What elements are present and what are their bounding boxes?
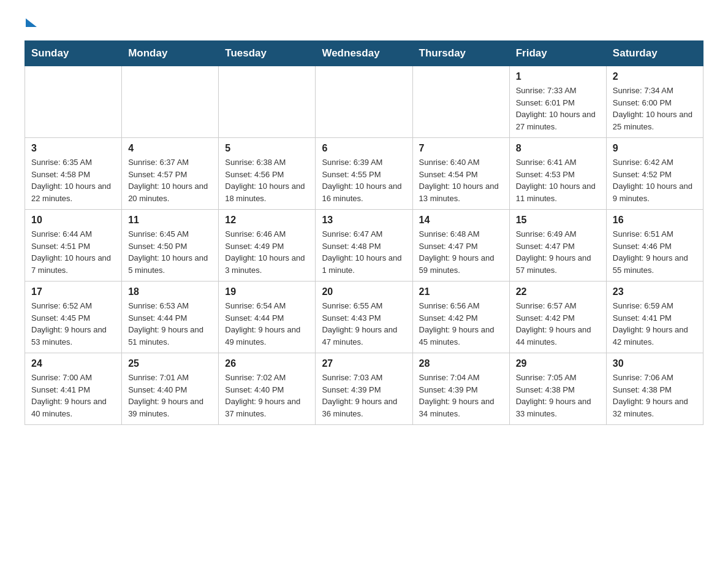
day-info: Sunrise: 6:41 AM Sunset: 4:53 PM Dayligh…: [516, 156, 600, 204]
day-number: 21: [419, 286, 503, 297]
day-number: 28: [419, 358, 503, 369]
calendar-cell: 13Sunrise: 6:47 AM Sunset: 4:48 PM Dayli…: [316, 210, 412, 282]
day-info: Sunrise: 7:03 AM Sunset: 4:39 PM Dayligh…: [322, 372, 406, 419]
weekday-header: Monday: [122, 41, 219, 66]
day-info: Sunrise: 7:04 AM Sunset: 4:39 PM Dayligh…: [419, 372, 503, 419]
weekday-header: Sunday: [25, 41, 122, 66]
day-number: 22: [516, 286, 600, 297]
day-number: 5: [225, 143, 309, 154]
calendar-cell: 10Sunrise: 6:44 AM Sunset: 4:51 PM Dayli…: [25, 210, 122, 282]
weekday-header: Thursday: [412, 41, 509, 66]
calendar-week-row: 10Sunrise: 6:44 AM Sunset: 4:51 PM Dayli…: [25, 210, 703, 282]
day-info: Sunrise: 6:37 AM Sunset: 4:57 PM Dayligh…: [128, 156, 212, 204]
day-number: 30: [613, 358, 697, 369]
day-number: 19: [225, 286, 309, 297]
day-info: Sunrise: 6:45 AM Sunset: 4:50 PM Dayligh…: [128, 228, 212, 276]
day-number: 15: [516, 215, 600, 226]
calendar-cell: 4Sunrise: 6:37 AM Sunset: 4:57 PM Daylig…: [122, 138, 219, 210]
calendar-cell: 8Sunrise: 6:41 AM Sunset: 4:53 PM Daylig…: [509, 138, 606, 210]
calendar-week-row: 3Sunrise: 6:35 AM Sunset: 4:58 PM Daylig…: [25, 138, 703, 210]
day-info: Sunrise: 7:33 AM Sunset: 6:01 PM Dayligh…: [516, 85, 600, 132]
day-number: 9: [613, 143, 697, 154]
calendar-cell: 19Sunrise: 6:54 AM Sunset: 4:44 PM Dayli…: [219, 282, 316, 353]
day-info: Sunrise: 7:05 AM Sunset: 4:38 PM Dayligh…: [516, 372, 600, 419]
calendar-cell: [412, 66, 509, 138]
calendar-cell: 29Sunrise: 7:05 AM Sunset: 4:38 PM Dayli…: [509, 353, 606, 425]
calendar-cell: 27Sunrise: 7:03 AM Sunset: 4:39 PM Dayli…: [316, 353, 412, 425]
calendar-cell: 16Sunrise: 6:51 AM Sunset: 4:46 PM Dayli…: [606, 210, 703, 282]
day-info: Sunrise: 6:51 AM Sunset: 4:46 PM Dayligh…: [613, 228, 697, 276]
day-info: Sunrise: 6:35 AM Sunset: 4:58 PM Dayligh…: [31, 156, 115, 204]
day-number: 20: [322, 286, 406, 297]
calendar-cell: 14Sunrise: 6:48 AM Sunset: 4:47 PM Dayli…: [412, 210, 509, 282]
logo-arrow-icon: [26, 18, 37, 27]
calendar-cell: 11Sunrise: 6:45 AM Sunset: 4:50 PM Dayli…: [122, 210, 219, 282]
weekday-header: Wednesday: [316, 41, 412, 66]
day-number: 17: [31, 286, 115, 297]
day-number: 25: [128, 358, 212, 369]
day-number: 18: [128, 286, 212, 297]
day-number: 3: [31, 143, 115, 154]
day-number: 11: [128, 215, 212, 226]
day-number: 24: [31, 358, 115, 369]
weekday-header: Friday: [509, 41, 606, 66]
day-number: 14: [419, 215, 503, 226]
weekday-header: Saturday: [606, 41, 703, 66]
calendar-cell: 17Sunrise: 6:52 AM Sunset: 4:45 PM Dayli…: [25, 282, 122, 353]
day-number: 1: [516, 71, 600, 82]
calendar-cell: 21Sunrise: 6:56 AM Sunset: 4:42 PM Dayli…: [412, 282, 509, 353]
calendar-cell: 24Sunrise: 7:00 AM Sunset: 4:41 PM Dayli…: [25, 353, 122, 425]
day-number: 10: [31, 215, 115, 226]
calendar-cell: 7Sunrise: 6:40 AM Sunset: 4:54 PM Daylig…: [412, 138, 509, 210]
calendar-week-row: 24Sunrise: 7:00 AM Sunset: 4:41 PM Dayli…: [25, 353, 703, 425]
calendar-cell: 2Sunrise: 7:34 AM Sunset: 6:00 PM Daylig…: [606, 66, 703, 138]
day-info: Sunrise: 7:06 AM Sunset: 4:38 PM Dayligh…: [613, 372, 697, 419]
calendar-cell: 9Sunrise: 6:42 AM Sunset: 4:52 PM Daylig…: [606, 138, 703, 210]
day-info: Sunrise: 6:55 AM Sunset: 4:43 PM Dayligh…: [322, 300, 406, 348]
calendar-cell: [122, 66, 219, 138]
calendar-cell: 20Sunrise: 6:55 AM Sunset: 4:43 PM Dayli…: [316, 282, 412, 353]
calendar-table: SundayMondayTuesdayWednesdayThursdayFrid…: [25, 40, 703, 425]
day-number: 27: [322, 358, 406, 369]
day-info: Sunrise: 6:53 AM Sunset: 4:44 PM Dayligh…: [128, 300, 212, 348]
calendar-header-row: SundayMondayTuesdayWednesdayThursdayFrid…: [25, 41, 703, 66]
day-number: 23: [613, 286, 697, 297]
day-info: Sunrise: 7:01 AM Sunset: 4:40 PM Dayligh…: [128, 372, 212, 419]
calendar-cell: 6Sunrise: 6:39 AM Sunset: 4:55 PM Daylig…: [316, 138, 412, 210]
day-info: Sunrise: 6:52 AM Sunset: 4:45 PM Dayligh…: [31, 300, 115, 348]
calendar-cell: 25Sunrise: 7:01 AM Sunset: 4:40 PM Dayli…: [122, 353, 219, 425]
calendar-cell: 23Sunrise: 6:59 AM Sunset: 4:41 PM Dayli…: [606, 282, 703, 353]
day-info: Sunrise: 6:59 AM Sunset: 4:41 PM Dayligh…: [613, 300, 697, 348]
day-number: 12: [225, 215, 309, 226]
day-info: Sunrise: 6:49 AM Sunset: 4:47 PM Dayligh…: [516, 228, 600, 276]
day-number: 8: [516, 143, 600, 154]
calendar-cell: 1Sunrise: 7:33 AM Sunset: 6:01 PM Daylig…: [509, 66, 606, 138]
day-number: 29: [516, 358, 600, 369]
calendar-cell: 28Sunrise: 7:04 AM Sunset: 4:39 PM Dayli…: [412, 353, 509, 425]
day-info: Sunrise: 6:47 AM Sunset: 4:48 PM Dayligh…: [322, 228, 406, 276]
calendar-cell: 30Sunrise: 7:06 AM Sunset: 4:38 PM Dayli…: [606, 353, 703, 425]
day-info: Sunrise: 6:38 AM Sunset: 4:56 PM Dayligh…: [225, 156, 309, 204]
day-info: Sunrise: 6:46 AM Sunset: 4:49 PM Dayligh…: [225, 228, 309, 276]
day-number: 2: [613, 71, 697, 82]
day-info: Sunrise: 7:02 AM Sunset: 4:40 PM Dayligh…: [225, 372, 309, 419]
calendar-cell: 22Sunrise: 6:57 AM Sunset: 4:42 PM Dayli…: [509, 282, 606, 353]
calendar-week-row: 17Sunrise: 6:52 AM Sunset: 4:45 PM Dayli…: [25, 282, 703, 353]
day-info: Sunrise: 6:48 AM Sunset: 4:47 PM Dayligh…: [419, 228, 503, 276]
day-info: Sunrise: 6:40 AM Sunset: 4:54 PM Dayligh…: [419, 156, 503, 204]
day-number: 26: [225, 358, 309, 369]
calendar-cell: 15Sunrise: 6:49 AM Sunset: 4:47 PM Dayli…: [509, 210, 606, 282]
calendar-cell: [316, 66, 412, 138]
day-number: 4: [128, 143, 212, 154]
logo: [25, 18, 37, 32]
day-number: 7: [419, 143, 503, 154]
calendar-cell: [219, 66, 316, 138]
day-info: Sunrise: 6:56 AM Sunset: 4:42 PM Dayligh…: [419, 300, 503, 348]
calendar-week-row: 1Sunrise: 7:33 AM Sunset: 6:01 PM Daylig…: [25, 66, 703, 138]
weekday-header: Tuesday: [219, 41, 316, 66]
page-header: [25, 18, 703, 32]
calendar-cell: [25, 66, 122, 138]
calendar-cell: 18Sunrise: 6:53 AM Sunset: 4:44 PM Dayli…: [122, 282, 219, 353]
day-number: 16: [613, 215, 697, 226]
calendar-cell: 12Sunrise: 6:46 AM Sunset: 4:49 PM Dayli…: [219, 210, 316, 282]
